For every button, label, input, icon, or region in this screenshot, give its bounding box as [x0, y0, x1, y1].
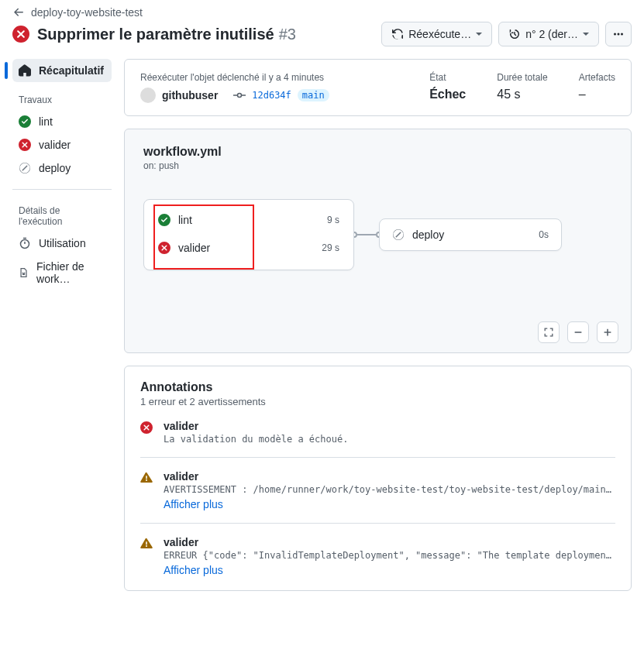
sidebar-job-valider[interactable]: valider	[12, 133, 112, 156]
page-title: Supprimer le paramètre inutilisé #3	[37, 26, 296, 43]
more-actions-button[interactable]	[605, 22, 632, 46]
fullscreen-icon	[543, 327, 554, 338]
annotation-job: valider	[164, 470, 615, 483]
skip-icon	[392, 229, 405, 241]
stopwatch-icon	[19, 237, 31, 249]
minus-icon	[573, 327, 584, 338]
sidebar-summary[interactable]: Récapitulatif	[12, 59, 112, 82]
attempt-history-button[interactable]: n° 2 (der…	[498, 22, 599, 46]
show-more-link[interactable]: Afficher plus	[164, 498, 223, 510]
status-value: Échec	[429, 88, 466, 101]
check-circle-icon	[19, 115, 31, 128]
annotation-item: valider ERREUR {"code": "InvalidTemplate…	[140, 523, 615, 576]
annotation-job: valider	[164, 420, 615, 432]
annotations-title: Annotations	[140, 380, 615, 394]
warning-icon	[140, 472, 153, 484]
skip-icon	[19, 162, 31, 174]
workflow-graph-panel: workflow.yml on: push lint 9 s	[124, 129, 632, 353]
branch-badge[interactable]: main	[298, 89, 329, 101]
annotation-job: valider	[164, 536, 615, 548]
warning-icon	[140, 538, 153, 550]
rerun-button[interactable]: Réexécute…	[381, 22, 492, 46]
status-label: État	[429, 72, 466, 83]
arrow-left-icon	[12, 6, 25, 19]
chevron-down-icon	[583, 33, 589, 36]
check-circle-icon	[158, 214, 170, 226]
x-circle-icon	[158, 242, 170, 254]
artifacts-label: Artefacts	[579, 72, 615, 83]
triggered-label: Réexécuter l'objet déclenché il y a 4 mi…	[140, 72, 398, 83]
chevron-down-icon	[476, 33, 482, 36]
commit-link[interactable]: 12d634f	[252, 90, 291, 101]
artifacts-value: –	[579, 88, 615, 101]
sidebar-workflow-file[interactable]: Fichier de work…	[12, 255, 112, 290]
summary-panel: Réexécuter l'objet déclenché il y a 4 mi…	[124, 59, 632, 116]
commit-icon	[233, 89, 246, 101]
graph-job-lint[interactable]: lint 9 s	[155, 206, 343, 234]
show-more-link[interactable]: Afficher plus	[164, 564, 223, 576]
workflow-trigger: on: push	[143, 160, 612, 171]
sidebar-details-heading: Détails de l'exécution	[12, 199, 112, 232]
zoom-out-button[interactable]	[567, 321, 589, 343]
sync-icon	[391, 28, 404, 40]
plus-icon	[602, 327, 613, 338]
annotation-message: AVERTISSEMENT : /home/runner/work/toy-we…	[164, 484, 615, 495]
duration-label: Durée totale	[497, 72, 547, 83]
annotation-item: valider La validation du modèle a échoué…	[140, 407, 615, 445]
annotation-message: ERREUR {"code": "InvalidTemplateDeployme…	[164, 550, 615, 561]
home-icon	[19, 64, 31, 77]
graph-job-deploy[interactable]: deploy 0s	[379, 218, 562, 251]
sidebar-usage[interactable]: Utilisation	[12, 232, 112, 255]
workflow-file-name: workflow.yml	[143, 145, 612, 159]
file-icon	[19, 266, 29, 279]
annotations-panel: Annotations 1 erreur et 2 avertissements…	[124, 366, 632, 591]
avatar	[140, 88, 156, 103]
annotation-item: valider AVERTISSEMENT : /home/runner/wor…	[140, 457, 615, 510]
zoom-in-button[interactable]	[597, 321, 618, 343]
back-label: deploy-toy-website-test	[31, 6, 143, 19]
workflow-stage-1: lint 9 s valider 29 s	[143, 199, 354, 270]
sidebar-job-deploy[interactable]: deploy	[12, 156, 112, 180]
actor-name[interactable]: githubuser	[162, 89, 218, 101]
x-circle-icon	[19, 139, 31, 151]
x-circle-icon	[12, 26, 29, 43]
annotation-message: La validation du modèle a échoué.	[164, 434, 615, 445]
kebab-icon	[612, 28, 625, 40]
annotations-subtitle: 1 erreur et 2 avertissements	[140, 396, 615, 407]
history-icon	[508, 28, 521, 40]
sidebar-job-lint[interactable]: lint	[12, 110, 112, 133]
duration-value: 45 s	[497, 88, 547, 101]
x-circle-icon	[140, 421, 153, 434]
divider	[12, 189, 112, 190]
back-link[interactable]: deploy-toy-website-test	[12, 6, 632, 19]
sidebar-jobs-heading: Travaux	[12, 88, 112, 110]
connector-line	[357, 234, 376, 235]
graph-job-valider[interactable]: valider 29 s	[155, 234, 343, 262]
fullscreen-button[interactable]	[538, 321, 560, 343]
